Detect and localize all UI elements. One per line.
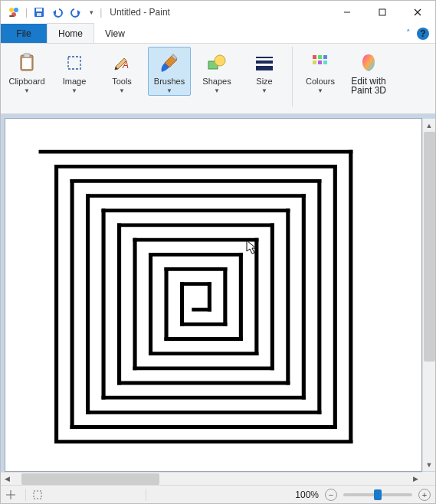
zoom-level: 100% — [295, 489, 319, 500]
minimize-button[interactable] — [329, 1, 365, 24]
svg-rect-15 — [22, 58, 31, 69]
clipboard-group[interactable]: Clipboard ▼ — [5, 47, 48, 96]
app-icon — [5, 4, 22, 21]
ribbon-separator — [292, 47, 293, 106]
clipboard-label: Clipboard — [8, 77, 44, 86]
qat-separator: | — [98, 7, 103, 18]
save-icon — [33, 6, 45, 18]
horizontal-scroll-track[interactable] — [14, 473, 409, 485]
tab-home[interactable]: Home — [47, 23, 94, 43]
scroll-left-button[interactable]: ◀ — [1, 473, 14, 486]
file-tab-label: File — [16, 28, 31, 39]
window-title: Untitled - Paint — [103, 7, 329, 18]
redo-button[interactable] — [67, 4, 84, 21]
canvas-area: ▲ ▼ ◀ ▶ — [1, 114, 435, 485]
selection-size-icon — [32, 489, 43, 500]
svg-text:A: A — [122, 60, 129, 70]
status-separator — [146, 489, 146, 501]
colours-icon — [308, 52, 333, 74]
scroll-down-button[interactable]: ▼ — [423, 458, 436, 471]
select-icon — [62, 52, 87, 74]
titlebar: | ▾ | — [1, 1, 435, 24]
tabs-right: ˄ ? — [406, 24, 435, 43]
help-button[interactable]: ? — [417, 28, 429, 40]
svg-rect-3 — [9, 15, 14, 17]
save-button[interactable] — [31, 4, 48, 21]
zoom-slider-thumb[interactable] — [374, 489, 382, 500]
brush-icon — [157, 52, 182, 74]
shapes-label: Shapes — [202, 77, 231, 86]
svg-rect-5 — [36, 8, 42, 11]
horizontal-scroll-thumb[interactable] — [21, 473, 159, 485]
tab-view-label: View — [105, 28, 125, 39]
svg-rect-71 — [34, 491, 41, 499]
svg-point-0 — [9, 8, 14, 12]
dropdown-arrow-icon: ▼ — [214, 89, 220, 93]
cursor-position-cell — [5, 489, 19, 500]
colours-label: Colours — [306, 77, 335, 86]
tools-label: Tools — [112, 77, 132, 86]
dropdown-arrow-icon: ▼ — [119, 89, 125, 93]
help-icon: ? — [420, 28, 425, 39]
vertical-scrollbar[interactable]: ▲ ▼ — [422, 119, 435, 471]
zoom-out-button[interactable]: − — [325, 489, 337, 501]
canvas[interactable] — [5, 119, 421, 471]
brushes-button[interactable]: Brushes ▼ — [148, 47, 191, 96]
undo-button[interactable] — [49, 4, 66, 21]
collapse-ribbon-button[interactable]: ˄ — [406, 28, 411, 38]
pencil-icon: A — [110, 52, 134, 74]
status-separator — [25, 489, 26, 501]
colours-group[interactable]: Colours ▼ — [299, 47, 342, 96]
window-controls — [329, 1, 435, 24]
paint3d-label: Edit with Paint 3D — [351, 77, 386, 95]
qat-separator: | — [24, 7, 29, 18]
svg-rect-10 — [379, 9, 385, 15]
size-button[interactable]: Size ▼ — [243, 47, 286, 96]
size-label: Size — [256, 77, 272, 86]
zoom-in-button[interactable]: + — [418, 489, 431, 501]
image-label: Image — [63, 77, 87, 86]
undo-icon — [51, 6, 64, 18]
paint-window: | ▾ | — [0, 0, 436, 504]
paint3d-icon — [356, 52, 381, 74]
svg-rect-14 — [24, 54, 30, 57]
tab-home-label: Home — [58, 28, 83, 39]
svg-rect-16 — [68, 57, 80, 69]
svg-rect-6 — [37, 13, 41, 16]
ribbon-tabs: File Home View ˄ ? — [1, 24, 435, 44]
minimize-icon — [343, 8, 351, 16]
tools-group[interactable]: A Tools ▼ — [100, 47, 143, 96]
qat-customize-button[interactable]: ▾ — [86, 4, 97, 21]
clipboard-icon — [15, 52, 39, 74]
edit-with-paint-3d-button[interactable]: Edit with Paint 3D — [346, 47, 391, 96]
size-icon — [252, 52, 277, 74]
svg-rect-29 — [323, 61, 327, 64]
scroll-right-button[interactable]: ▶ — [409, 473, 422, 486]
scroll-corner — [422, 472, 435, 485]
dropdown-arrow-icon: ▼ — [24, 89, 30, 93]
file-tab[interactable]: File — [1, 24, 47, 43]
zoom-level-text: 100% — [295, 489, 319, 500]
redo-icon — [70, 6, 82, 18]
close-button[interactable] — [400, 1, 435, 24]
shapes-group[interactable]: Shapes ▼ — [195, 47, 238, 96]
brushes-label: Brushes — [154, 77, 185, 86]
dropdown-arrow-icon: ▼ — [317, 89, 323, 93]
vertical-scroll-thumb[interactable] — [424, 132, 435, 362]
dropdown-arrow-icon: ▼ — [71, 89, 77, 93]
quick-access-toolbar: | ▾ | — [1, 4, 103, 21]
paint3d-label-line2: Paint 3D — [351, 85, 386, 96]
scroll-up-button[interactable]: ▲ — [423, 119, 436, 132]
image-group[interactable]: Image ▼ — [53, 47, 96, 96]
zoom-slider[interactable] — [343, 493, 412, 496]
maximize-button[interactable] — [365, 1, 400, 24]
svg-point-20 — [215, 55, 225, 66]
svg-rect-26 — [323, 55, 327, 59]
maximize-icon — [379, 8, 386, 16]
statusbar: 100% − + — [1, 485, 435, 503]
tab-view[interactable]: View — [94, 24, 136, 43]
svg-point-1 — [14, 8, 18, 12]
svg-rect-28 — [318, 61, 322, 64]
horizontal-scrollbar[interactable]: ◀ ▶ — [1, 472, 422, 485]
selection-size-cell — [32, 489, 139, 500]
